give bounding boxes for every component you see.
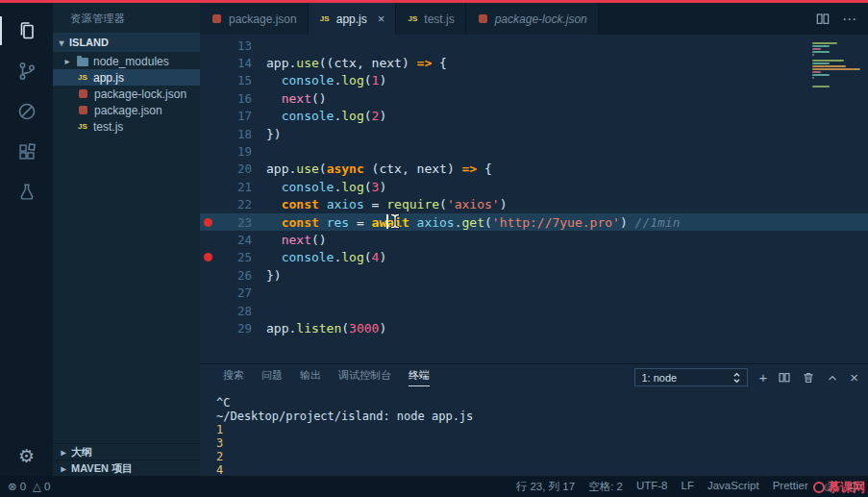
tab-package.json[interactable]: package.json <box>200 3 309 35</box>
close-icon[interactable]: × <box>378 12 385 26</box>
activity-extensions[interactable] <box>0 132 53 172</box>
code-line-17[interactable]: 17 console.log(2) <box>200 108 868 125</box>
activity-disabled[interactable] <box>0 91 53 132</box>
file-item-app.js[interactable]: JSapp.js <box>53 69 200 86</box>
file-item-package.json[interactable]: package.json <box>53 102 200 118</box>
line-number: 13 <box>215 38 252 53</box>
panel-tab-终端[interactable]: 终端 <box>409 368 430 386</box>
code-line-22[interactable]: 22 const axios = require('axios') <box>200 196 868 213</box>
files-icon <box>15 19 38 42</box>
activity-tests[interactable] <box>0 172 53 212</box>
panel-tab-问题[interactable]: 问题 <box>261 368 283 386</box>
line-code: next() <box>266 233 327 247</box>
sidebar-section-大纲[interactable]: ▸大纲 <box>53 443 200 460</box>
file-label: node_modules <box>93 55 169 68</box>
new-terminal-button[interactable]: + <box>758 370 767 385</box>
tab-test.js[interactable]: JStest.js <box>396 3 465 35</box>
terminal-picker-value: 1: node <box>641 372 677 384</box>
file-item-package-lock.json[interactable]: package-lock.json <box>53 86 200 102</box>
line-code: console.log(1) <box>266 73 386 87</box>
tab-app.js[interactable]: JSapp.js× <box>309 3 397 35</box>
tab-package-lock.json[interactable]: package-lock.json <box>466 3 599 35</box>
breakpoint-dot[interactable] <box>200 218 215 227</box>
line-number: 17 <box>215 109 252 123</box>
status-item[interactable]: JavaScript <box>707 480 759 494</box>
activity-explorer[interactable] <box>0 11 53 51</box>
code-line-25[interactable]: 25 console.log(4) <box>200 249 868 266</box>
code-editor[interactable]: 1314app.use((ctx, next) => {15 console.l… <box>200 35 868 363</box>
code-line-21[interactable]: 21 console.log(3) <box>200 178 868 195</box>
code-line-28[interactable]: 28 <box>200 302 868 319</box>
editor-group: package.jsonJSapp.js×JStest.jspackage-lo… <box>200 3 868 476</box>
main-area: ⚙ 资源管理器 ▾ ISLAND ▸node_modulesJSapp.jspa… <box>0 3 868 476</box>
close-panel-button[interactable]: × <box>850 370 858 385</box>
line-number: 19 <box>215 144 252 159</box>
maximize-panel-button[interactable] <box>826 371 839 385</box>
sidebar-section-MAVEN 项目[interactable]: ▸MAVEN 项目 <box>53 460 200 476</box>
line-number: 21 <box>215 180 252 194</box>
file-item-node_modules[interactable]: ▸node_modules <box>53 53 200 69</box>
error-count: 0 <box>20 481 26 492</box>
terminal-picker[interactable]: 1: node <box>634 368 748 386</box>
code-line-18[interactable]: 18}) <box>200 125 868 142</box>
js-file-icon: JS <box>77 122 88 131</box>
section-label: MAVEN 项目 <box>71 461 133 476</box>
explorer-sidebar: 资源管理器 ▾ ISLAND ▸node_modulesJSapp.jspack… <box>53 3 200 476</box>
code-line-19[interactable]: 19 <box>200 142 868 160</box>
terminal-line: ^C <box>216 396 868 410</box>
folder-section-header[interactable]: ▾ ISLAND <box>53 33 200 52</box>
kill-terminal-button[interactable] <box>802 371 815 385</box>
git-branch-icon <box>15 60 38 83</box>
line-number: 16 <box>215 91 252 106</box>
code-line-27[interactable]: 27 <box>200 284 868 301</box>
panel-tab-搜索[interactable]: 搜索 <box>223 368 244 386</box>
terminal-output[interactable]: ^C~/Desktop/project/island: node app.js1… <box>200 390 868 476</box>
chevron-right-icon: ▸ <box>62 56 72 66</box>
split-editor-icon[interactable] <box>815 12 831 27</box>
code-line-15[interactable]: 15 console.log(1) <box>200 72 868 89</box>
code-line-14[interactable]: 14app.use((ctx, next) => { <box>200 54 868 71</box>
watermark-text: 慕课网 <box>828 479 865 496</box>
split-terminal-button[interactable] <box>778 371 791 385</box>
panel-tabs: 搜索问题输出调试控制台终端 <box>223 368 430 386</box>
npm-file-icon <box>79 106 87 114</box>
updown-chevrons-icon <box>732 372 741 384</box>
text-caret <box>386 214 388 229</box>
minimap[interactable] <box>812 39 862 87</box>
npm-file-icon <box>79 89 87 98</box>
code-line-20[interactable]: 20app.use(async (ctx, next) => { <box>200 161 868 178</box>
code-line-26[interactable]: 26}) <box>200 266 868 284</box>
code-line-16[interactable]: 16 next() <box>200 89 868 107</box>
watermark-logo-icon <box>813 482 825 493</box>
section-label: 大纲 <box>71 445 92 460</box>
status-items-holder: 行 23, 列 17空格: 2UTF-8LFJavaScriptPrettier <box>516 480 808 494</box>
settings-gear-icon[interactable]: ⚙ <box>0 441 53 470</box>
chevron-right-icon: ▸ <box>59 463 68 474</box>
code-line-24[interactable]: 24 next() <box>200 231 868 248</box>
code-line-29[interactable]: 29app.listen(3000) <box>200 319 868 336</box>
line-code: const res = await axios.get('http://7yue… <box>266 215 681 230</box>
terminal-line: 1 <box>216 423 868 436</box>
more-actions-icon[interactable]: ⋯ <box>842 11 856 28</box>
breakpoint-dot[interactable] <box>200 253 215 261</box>
panel-tab-输出[interactable]: 输出 <box>300 368 321 386</box>
problems-status[interactable]: ⊗ 0 △ 0 <box>8 480 50 493</box>
warning-count: 0 <box>44 481 50 492</box>
line-number: 27 <box>215 286 252 300</box>
activity-source-control[interactable] <box>0 51 53 91</box>
status-item[interactable]: LF <box>682 480 694 494</box>
code-lines: 1314app.use((ctx, next) => {15 console.l… <box>200 35 868 337</box>
code-line-13[interactable]: 13 <box>200 37 868 54</box>
status-item[interactable]: 空格: 2 <box>588 480 623 494</box>
status-item[interactable]: UTF-8 <box>636 480 668 494</box>
code-line-23[interactable]: 23 const res = await axios.get('http://7… <box>200 213 868 231</box>
gear-glyph: ⚙ <box>18 445 35 467</box>
status-item[interactable]: Prettier <box>773 480 808 494</box>
sidebar-bottom-sections: ▸大纲▸MAVEN 项目 <box>53 443 200 476</box>
trash-icon <box>802 371 815 385</box>
terminal-line: 3 <box>216 436 868 450</box>
panel-tab-调试控制台[interactable]: 调试控制台 <box>338 368 391 386</box>
status-item[interactable]: 行 23, 列 17 <box>516 480 575 494</box>
file-label: app.js <box>93 71 124 85</box>
file-item-test.js[interactable]: JStest.js <box>53 118 200 135</box>
